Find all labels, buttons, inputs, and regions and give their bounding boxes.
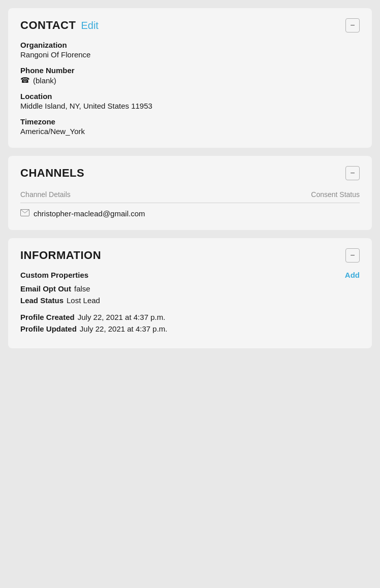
channels-card: CHANNELS − Channel Details Consent Statu…	[8, 156, 372, 230]
contact-collapse-button[interactable]: −	[345, 18, 360, 32]
timezone-label: Timezone	[20, 117, 360, 126]
lead-status-label: Lead Status	[20, 296, 64, 305]
profile-created-value: July 22, 2021 at 4:37 p.m.	[78, 313, 166, 321]
phone-field: Phone Number ☎ (blank)	[20, 66, 360, 85]
location-field: Location Middle Island, NY, United State…	[20, 92, 360, 110]
phone-label: Phone Number	[20, 66, 360, 75]
timezone-value: America/New_York	[20, 127, 360, 136]
contact-title: CONTACT	[20, 19, 76, 32]
info-spacer	[20, 308, 360, 313]
email-opt-out-label: Email Opt Out	[20, 284, 71, 293]
profile-created-label: Profile Created	[20, 313, 75, 321]
information-title: INFORMATION	[20, 249, 101, 262]
contact-edit-link[interactable]: Edit	[81, 20, 98, 31]
organization-label: Organization	[20, 41, 360, 49]
information-collapse-button[interactable]: −	[345, 248, 360, 263]
information-card-header: INFORMATION −	[20, 248, 360, 263]
profile-created-row: Profile Created July 22, 2021 at 4:37 p.…	[20, 313, 360, 321]
phone-value: (blank)	[33, 76, 56, 85]
channels-title: CHANNELS	[20, 167, 84, 180]
contact-card-header: CONTACT Edit −	[20, 18, 360, 32]
phone-icon: ☎	[20, 76, 30, 85]
lead-status-row: Lead Status Lost Lead	[20, 296, 360, 305]
phone-row: ☎ (blank)	[20, 76, 360, 85]
channels-card-header: CHANNELS −	[20, 166, 360, 180]
profile-updated-value: July 22, 2021 at 4:37 p.m.	[80, 324, 168, 333]
information-card: INFORMATION − Custom Properties Add Emai…	[8, 238, 372, 348]
channel-email-value: christopher-maclead@gmail.com	[34, 209, 145, 218]
channels-table-header: Channel Details Consent Status	[20, 188, 360, 203]
channels-collapse-button[interactable]: −	[345, 166, 360, 180]
profile-updated-label: Profile Updated	[20, 324, 77, 333]
custom-properties-header: Custom Properties Add	[20, 271, 360, 279]
profile-updated-row: Profile Updated July 22, 2021 at 4:37 p.…	[20, 324, 360, 333]
col-channel-details: Channel Details	[20, 190, 71, 199]
email-opt-out-value: false	[74, 284, 90, 293]
add-custom-property-link[interactable]: Add	[345, 271, 360, 279]
contact-card: CONTACT Edit − Organization Rangoni Of F…	[8, 8, 372, 148]
email-opt-out-row: Email Opt Out false	[20, 284, 360, 293]
email-icon	[20, 209, 29, 218]
col-consent-status: Consent Status	[311, 190, 360, 199]
location-label: Location	[20, 92, 360, 101]
organization-field: Organization Rangoni Of Florence	[20, 41, 360, 59]
channel-row-email: christopher-maclead@gmail.com	[20, 209, 360, 218]
timezone-field: Timezone America/New_York	[20, 117, 360, 136]
custom-properties-label: Custom Properties	[20, 271, 88, 279]
organization-value: Rangoni Of Florence	[20, 50, 360, 59]
lead-status-value: Lost Lead	[67, 296, 100, 305]
contact-title-row: CONTACT Edit	[20, 19, 99, 32]
location-value: Middle Island, NY, United States 11953	[20, 102, 360, 110]
